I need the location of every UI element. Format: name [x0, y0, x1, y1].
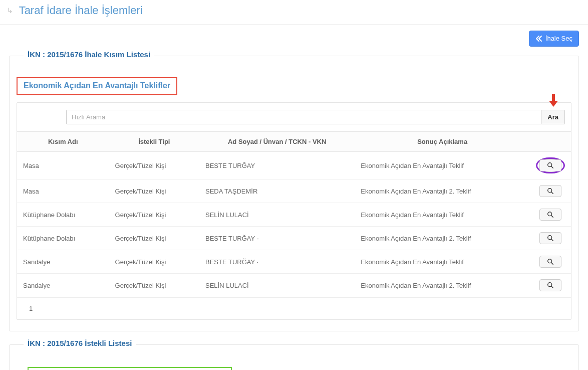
detail-button[interactable] — [539, 232, 561, 244]
cell-action — [530, 274, 571, 297]
col-sonuc[interactable]: Sonuç Açıklama — [355, 132, 530, 152]
cell-kisim: Masa — [17, 152, 109, 179]
cell-sonuc: Ekonomik Açıdan En Avantajlı 2. Teklif — [355, 227, 530, 250]
search-icon — [547, 282, 554, 289]
table-row: SandalyeGerçek/Tüzel KişiBESTE TURĞAY ·E… — [17, 250, 571, 274]
detail-button[interactable] — [539, 159, 561, 171]
search-icon — [547, 162, 554, 169]
svg-line-7 — [551, 239, 553, 241]
ihale-sec-button[interactable]: İhale Seç — [529, 31, 579, 47]
ihale-sec-label: İhale Seç — [545, 34, 572, 43]
istekli-listesi-legend: İKN : 2015/1676 İstekli Listesi — [24, 339, 136, 347]
col-ad-soyad[interactable]: Ad Soyad / Ünvan / TCKN - VKN — [199, 132, 355, 152]
teklif-table: Kısım Adı İstekli Tipi Ad Soyad / Ünvan … — [17, 132, 571, 297]
cell-istekli-tipi: Gerçek/Tüzel Kişi — [109, 274, 199, 297]
cell-kisim: Sandalye — [17, 250, 109, 274]
svg-line-3 — [551, 192, 553, 194]
cell-sonuc: Ekonomik Açıdan En Avantajlı 2. Teklif — [355, 274, 530, 297]
page-1-link[interactable]: 1 — [24, 303, 38, 314]
top-actions: İhale Seç — [9, 31, 579, 47]
highlight-ring — [536, 157, 565, 173]
svg-line-11 — [551, 286, 553, 288]
cell-istekli-tipi: Gerçek/Tüzel Kişi — [109, 227, 199, 250]
cell-ad: SELİN LULACİ — [199, 203, 355, 227]
cell-kisim: Masa — [17, 179, 109, 203]
cell-istekli-tipi: Gerçek/Tüzel Kişi — [109, 203, 199, 227]
cell-sonuc: Ekonomik Açıdan En Avantajlı Teklif — [355, 152, 530, 179]
detail-button[interactable] — [539, 279, 561, 291]
chevrons-left-icon — [535, 36, 542, 42]
table-row: Kütüphane DolabıGerçek/Tüzel KişiBESTE T… — [17, 227, 571, 250]
cell-istekli-tipi: Gerçek/Tüzel Kişi — [109, 152, 199, 179]
cell-ad: SELİN LULACİ — [199, 274, 355, 297]
svg-line-9 — [551, 263, 553, 265]
arrow-down-annotation-icon — [547, 93, 559, 110]
svg-line-5 — [551, 216, 553, 218]
teklif-panel: Ara Kısım Adı İstekli Tipi Ad Soyad / Ün… — [17, 102, 571, 320]
detail-button[interactable] — [539, 185, 561, 197]
page-title: Taraf İdare İhale İşlemleri — [19, 4, 143, 17]
search-icon — [547, 235, 554, 242]
col-istekli-tipi[interactable]: İstekli Tipi — [109, 132, 199, 152]
search-icon — [547, 211, 554, 218]
cell-ad: BESTE TURĞAY — [199, 152, 355, 179]
search-button[interactable]: Ara — [541, 110, 565, 124]
breadcrumb-arrow-icon: ↳ — [7, 7, 13, 15]
cell-kisim: Kütüphane Dolabı — [17, 203, 109, 227]
pagination: 1 — [17, 297, 571, 319]
cell-action — [530, 203, 571, 227]
kisim-listesi-legend: İKN : 2015/1676 İhale Kısım Listesi — [24, 50, 154, 59]
cell-action — [530, 227, 571, 250]
table-row: SandalyeGerçek/Tüzel KişiSELİN LULACİEko… — [17, 274, 571, 297]
istekli-listesi-fieldset: İKN : 2015/1676 İstekli Listesi İstekli … — [9, 344, 579, 370]
istekli-select-highlight: İstekli Seçiniz.. — [28, 367, 232, 370]
kisim-listesi-fieldset: İKN : 2015/1676 İhale Kısım Listesi Ekon… — [9, 56, 579, 331]
table-row: MasaGerçek/Tüzel KişiBESTE TURĞAYEkonomi… — [17, 152, 571, 179]
cell-istekli-tipi: Gerçek/Tüzel Kişi — [109, 250, 199, 274]
cell-action — [530, 250, 571, 274]
cell-action — [530, 152, 571, 179]
cell-ad: BESTE TURĞAY - — [199, 227, 355, 250]
search-bar: Ara — [17, 103, 571, 132]
cell-ad: SEDA TAŞDEMİR — [199, 179, 355, 203]
cell-kisim: Sandalye — [17, 274, 109, 297]
cell-sonuc: Ekonomik Açıdan En Avantajlı 2. Teklif — [355, 179, 530, 203]
col-kisim-adi[interactable]: Kısım Adı — [17, 132, 109, 152]
cell-sonuc: Ekonomik Açıdan En Avantajlı Teklif — [355, 203, 530, 227]
svg-line-1 — [551, 166, 553, 168]
avantajli-teklifler-title: Ekonomik Açıdan En Avantajlı Teklifler — [24, 81, 170, 90]
page-header: ↳ Taraf İdare İhale İşlemleri — [0, 0, 588, 25]
cell-ad: BESTE TURĞAY · — [199, 250, 355, 274]
cell-istekli-tipi: Gerçek/Tüzel Kişi — [109, 179, 199, 203]
detail-button[interactable] — [539, 209, 561, 221]
avantajli-teklifler-highlight: Ekonomik Açıdan En Avantajlı Teklifler — [17, 77, 177, 95]
table-row: Kütüphane DolabıGerçek/Tüzel KişiSELİN L… — [17, 203, 571, 227]
col-action — [530, 132, 571, 152]
cell-sonuc: Ekonomik Açıdan En Avantajlı Teklif — [355, 250, 530, 274]
detail-button[interactable] — [539, 256, 561, 268]
table-row: MasaGerçek/Tüzel KişiSEDA TAŞDEMİREkonom… — [17, 179, 571, 203]
search-icon — [547, 258, 554, 265]
search-input[interactable] — [66, 110, 541, 124]
cell-kisim: Kütüphane Dolabı — [17, 227, 109, 250]
cell-action — [530, 179, 571, 203]
search-icon — [547, 188, 554, 195]
